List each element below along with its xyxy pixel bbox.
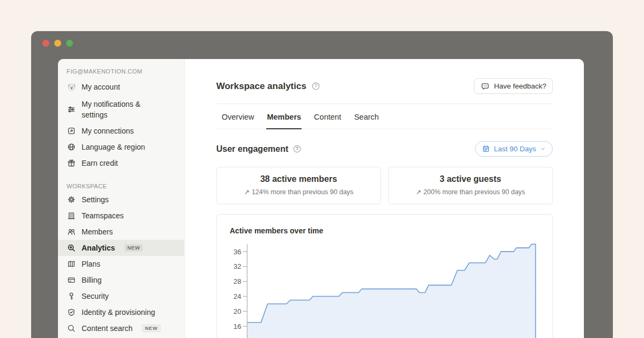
close-window-button[interactable]	[42, 40, 49, 47]
tab-search[interactable]: Search	[354, 104, 379, 129]
settings-sidebar: FIG@MAKENOTION.COM My account	[58, 59, 185, 338]
sidebar-item-label: Settings	[82, 194, 109, 205]
svg-text:28: 28	[233, 277, 241, 285]
key-icon	[67, 291, 76, 301]
svg-text:20: 20	[233, 307, 241, 315]
page-header: Workspace analytics ? Have feedback?	[216, 78, 553, 94]
sidebar-item-identity-provisioning[interactable]: Identity & provisioning	[58, 304, 184, 320]
active-members-chart-card: Active members over time 363228242016	[216, 214, 553, 338]
svg-text:?: ?	[314, 83, 317, 89]
svg-text:16: 16	[233, 322, 241, 330]
sidebar-item-label: Members	[82, 226, 113, 237]
page: { "window": { "traffic_lights": ["#e0615…	[0, 0, 644, 338]
sidebar-item-label: Billing	[82, 275, 101, 285]
zoom-window-button[interactable]	[66, 40, 73, 47]
members-over-time-chart: 363228242016	[230, 241, 539, 338]
sliders-icon	[67, 105, 76, 114]
window-controls	[42, 40, 73, 47]
have-feedback-button[interactable]: Have feedback?	[474, 78, 553, 94]
trend-up-icon: ↗	[244, 188, 249, 196]
account-email: FIG@MAKENOTION.COM	[58, 68, 184, 79]
stat-delta: ↗124% more than previous 90 days	[217, 188, 380, 196]
app-window: FIG@MAKENOTION.COM My account	[31, 31, 613, 338]
page-title: Workspace analytics	[216, 81, 306, 92]
sidebar-item-label: My notifications & settings	[82, 99, 163, 120]
svg-text:24: 24	[233, 292, 241, 300]
magnifier-plus-icon	[67, 243, 76, 253]
sidebar-item-label: My account	[82, 82, 120, 92]
analytics-tabs: Overview Members Content Search	[216, 104, 553, 129]
sidebar-item-billing[interactable]: Billing	[58, 272, 184, 288]
analytics-main-panel: Workspace analytics ? Have feedback?	[185, 59, 584, 338]
magnifier-icon	[67, 324, 76, 333]
globe-icon	[67, 142, 76, 152]
trend-up-icon: ↗	[415, 188, 421, 196]
sidebar-item-label: Language & region	[82, 142, 145, 152]
active-guests-card: 3 active guests ↗200% more than previous…	[388, 167, 553, 204]
sidebar-item-plans[interactable]: Plans	[58, 256, 184, 272]
svg-text:?: ?	[296, 146, 298, 151]
new-badge: NEW	[142, 325, 160, 332]
svg-text:36: 36	[233, 248, 241, 256]
sidebar-item-notifications-settings[interactable]: My notifications & settings	[58, 95, 184, 123]
feedback-button-label: Have feedback?	[494, 82, 546, 90]
user-engagement-header: User engagement ? Last 90 Days	[216, 141, 553, 157]
stat-delta: ↗200% more than previous 90 days	[389, 188, 552, 196]
help-icon[interactable]: ?	[293, 145, 301, 153]
sidebar-item-my-account[interactable]: My account	[58, 79, 184, 95]
sidebar-item-members[interactable]: Members	[58, 224, 184, 240]
sidebar-item-earn-credit[interactable]: Earn credit	[58, 155, 184, 171]
stat-cards-row: 38 active members ↗124% more than previo…	[216, 167, 553, 204]
shield-check-icon	[67, 307, 76, 317]
building-icon	[67, 211, 76, 221]
help-icon[interactable]: ?	[312, 82, 320, 90]
new-badge: NEW	[125, 244, 143, 252]
tab-overview[interactable]: Overview	[221, 104, 254, 129]
active-members-card: 38 active members ↗124% more than previo…	[216, 167, 381, 204]
gear-icon	[67, 195, 76, 204]
sidebar-item-my-connections[interactable]: My connections	[58, 123, 184, 139]
svg-text:32: 32	[233, 262, 241, 270]
sidebar-item-language-region[interactable]: Language & region	[58, 139, 184, 155]
calendar-icon	[482, 145, 490, 153]
people-icon	[67, 227, 76, 237]
sidebar-item-security[interactable]: Security	[58, 288, 184, 304]
sidebar-item-teamspaces[interactable]: Teamspaces	[58, 208, 184, 224]
tab-members[interactable]: Members	[266, 104, 302, 129]
arrow-up-right-box-icon	[67, 126, 76, 136]
sidebar-item-content-search[interactable]: Content search NEW	[58, 320, 184, 336]
sidebar-item-settings[interactable]: Settings	[58, 192, 184, 208]
sidebar-item-label: Content search	[82, 323, 133, 334]
map-icon	[67, 259, 76, 269]
sidebar-item-label: Plans	[82, 259, 100, 269]
sidebar-item-label: Security	[82, 291, 109, 302]
sidebar-item-label: Teamspaces	[82, 210, 124, 221]
sidebar-item-label: Analytics	[82, 243, 115, 253]
gift-icon	[67, 158, 76, 168]
sidebar-item-label: Identity & provisioning	[82, 307, 155, 318]
chevron-down-icon	[540, 146, 546, 152]
section-title: User engagement	[216, 144, 288, 154]
stat-value: 38 active members	[217, 174, 380, 184]
sidebar-item-label: My connections	[82, 126, 134, 136]
sidebar-item-label: Earn credit	[82, 158, 118, 168]
chart-title: Active members over time	[230, 226, 539, 235]
tab-content[interactable]: Content	[313, 104, 342, 129]
speech-bubble-icon	[480, 82, 490, 91]
workspace-section-label: WORKSPACE	[67, 183, 175, 189]
minimize-window-button[interactable]	[54, 40, 61, 47]
sidebar-item-analytics[interactable]: Analytics NEW	[58, 240, 184, 256]
credit-card-icon	[67, 275, 76, 285]
stat-value: 3 active guests	[389, 174, 552, 184]
date-range-label: Last 90 Days	[494, 145, 536, 153]
settings-dialog: FIG@MAKENOTION.COM My account	[58, 59, 584, 338]
chart-area: 363228242016	[230, 241, 539, 338]
date-range-filter[interactable]: Last 90 Days	[475, 141, 553, 157]
avatar-koala-icon	[67, 82, 76, 92]
